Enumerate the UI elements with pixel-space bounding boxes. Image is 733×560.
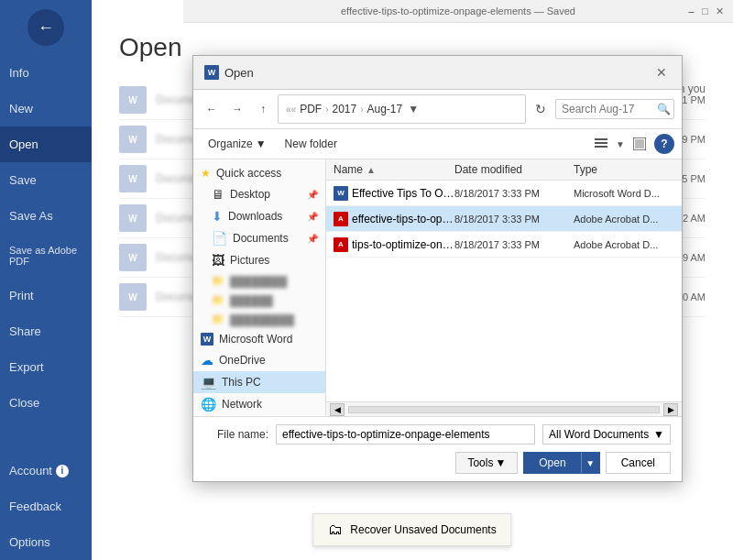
scroll-left-button[interactable]: ◀	[330, 403, 345, 416]
nav-label-quick-access: Quick access	[216, 167, 281, 180]
file-row[interactable]: W Effective Tips To Optimize On Page Ele…	[326, 181, 682, 206]
nav-item-network[interactable]: 🌐 Network	[193, 393, 325, 415]
filetype-value: All Word Documents	[549, 428, 649, 441]
svg-rect-0	[595, 138, 607, 140]
file-row[interactable]: A effective-tips-to-optimize-onpage-elem…	[326, 206, 682, 232]
address-dropdown-button[interactable]: ▼	[406, 98, 421, 120]
column-type-header[interactable]: Type	[574, 163, 674, 176]
close-window-button[interactable]: ✕	[716, 5, 724, 17]
pin-icon: 📌	[307, 190, 318, 200]
back-nav-button[interactable]: ←	[201, 98, 223, 120]
pdf-file-icon: A	[334, 212, 348, 226]
nav-item-microsoft-word[interactable]: W Microsoft Word	[193, 329, 325, 349]
word-icon: W	[201, 333, 213, 346]
nav-label-network: Network	[222, 398, 262, 411]
svg-rect-1	[595, 142, 607, 144]
nav-label-msword: Microsoft Word	[219, 333, 292, 346]
sidebar-item-options[interactable]: Options	[0, 524, 92, 560]
pin-icon-2: 📌	[307, 212, 318, 222]
sidebar-item-new[interactable]: New	[0, 91, 92, 126]
new-folder-button[interactable]: New folder	[278, 135, 345, 153]
file-type: Adobe Acrobat D...	[574, 214, 674, 225]
scroll-track[interactable]	[348, 406, 660, 413]
back-button[interactable]: ←	[27, 9, 64, 46]
filetype-dropdown[interactable]: All Word Documents ▼	[542, 424, 671, 445]
search-box[interactable]: 🔍	[555, 99, 674, 119]
address-path[interactable]: «« PDF › 2017 › Aug-17 ▼	[278, 94, 526, 124]
open-dropdown-button[interactable]: ▼	[581, 453, 599, 473]
horizontal-scrollbar[interactable]: ◀ ▶	[326, 401, 682, 416]
file-row[interactable]: A tips-to-optimize-onpage-elements 8/18/…	[326, 232, 682, 258]
tools-dropdown-icon: ▼	[495, 456, 506, 469]
file-name: tips-to-optimize-onpage-elements	[352, 238, 454, 251]
sort-arrow-icon: ▲	[366, 165, 376, 175]
nav-item-blurred-3[interactable]: 📁 █████████	[193, 310, 325, 329]
nav-item-blurred-1[interactable]: 📁 ████████	[193, 271, 325, 291]
up-nav-button[interactable]: ↑	[252, 98, 274, 120]
minimize-button[interactable]: ‒	[688, 5, 695, 17]
blurred-folder-icon-2: 📁	[212, 294, 224, 306]
network-icon: 🌐	[201, 397, 216, 412]
view-list-button[interactable]	[590, 133, 612, 155]
path-separator: ««	[286, 104, 296, 115]
path-segment-2017[interactable]: 2017	[332, 103, 356, 115]
sidebar-item-close[interactable]: Close	[0, 385, 92, 421]
filename-input[interactable]	[276, 424, 535, 445]
file-name: Effective Tips To Optimize On Page Elem.…	[352, 187, 454, 200]
sidebar-item-print[interactable]: Print	[0, 278, 92, 313]
dialog-titlebar: W Open ✕	[193, 56, 682, 90]
svg-rect-2	[595, 146, 607, 148]
open-button[interactable]: Open	[524, 453, 580, 473]
sidebar-item-save[interactable]: Save	[0, 162, 92, 198]
path-arrow-2: ›	[360, 104, 363, 115]
nav-item-desktop[interactable]: 🖥 Desktop 📌	[193, 183, 325, 205]
path-segment-aug17[interactable]: Aug-17	[367, 103, 403, 115]
sidebar-item-share[interactable]: Share	[0, 313, 92, 349]
path-segment-pdf[interactable]: PDF	[300, 103, 322, 115]
sidebar-item-save-adobe[interactable]: Save as Adobe PDF	[0, 234, 92, 278]
scroll-right-button[interactable]: ▶	[663, 403, 678, 416]
nav-item-quick-access[interactable]: ★ Quick access	[193, 163, 325, 183]
recover-banner[interactable]: 🗂 Recover Unsaved Documents	[312, 513, 511, 546]
nav-item-blurred-2[interactable]: 📁 ██████	[193, 291, 325, 310]
column-name-header[interactable]: Name ▲	[334, 163, 454, 176]
sidebar-item-account[interactable]: Account i	[0, 453, 92, 489]
forward-nav-button[interactable]: →	[226, 98, 248, 120]
nav-item-pictures[interactable]: 🖼 Pictures	[193, 249, 325, 271]
nav-label-desktop: Desktop	[230, 188, 270, 201]
search-icon: 🔍	[657, 103, 671, 115]
nav-item-onedrive[interactable]: ☁ OneDrive	[193, 349, 325, 371]
cancel-button[interactable]: Cancel	[606, 452, 671, 474]
file-type: Microsoft Word D...	[574, 188, 674, 199]
help-button[interactable]: ?	[654, 134, 674, 154]
search-input[interactable]	[562, 103, 653, 115]
nav-item-downloads[interactable]: ⬇ Downloads 📌	[193, 205, 325, 227]
organize-button[interactable]: Organize ▼	[201, 135, 274, 153]
maximize-button[interactable]: □	[702, 5, 708, 17]
sidebar-item-save-as[interactable]: Save As	[0, 198, 92, 234]
sidebar-item-info[interactable]: Info	[0, 55, 92, 91]
pdf-file-icon: A	[334, 237, 348, 252]
pin-icon-3: 📌	[307, 234, 318, 244]
svg-rect-4	[635, 139, 644, 148]
sidebar-item-open[interactable]: Open	[0, 126, 92, 162]
refresh-button[interactable]: ↻	[530, 98, 552, 120]
sidebar-item-export[interactable]: Export	[0, 349, 92, 385]
word-logo-icon: W	[204, 65, 219, 80]
view-details-button[interactable]	[629, 133, 651, 155]
nav-item-this-pc[interactable]: 💻 This PC	[193, 371, 325, 393]
nav-label-documents: Documents	[233, 232, 289, 245]
nav-label-pictures: Pictures	[230, 254, 269, 267]
dialog-close-button[interactable]: ✕	[652, 63, 671, 82]
desktop-icon: 🖥	[212, 187, 224, 202]
window-title: effective-tips-to-optimize-onpage-elemen…	[341, 5, 575, 16]
file-date: 8/18/2017 3:33 PM	[454, 214, 574, 225]
sidebar-item-feedback[interactable]: Feedback	[0, 489, 92, 524]
column-date-header[interactable]: Date modified	[454, 163, 574, 176]
info-icon: i	[56, 465, 69, 478]
nav-item-documents[interactable]: 📄 Documents 📌	[193, 227, 325, 249]
title-bar: effective-tips-to-optimize-onpage-elemen…	[183, 0, 733, 23]
dialog-title: Open	[224, 66, 254, 80]
documents-icon: 📄	[212, 231, 227, 246]
tools-button[interactable]: Tools ▼	[455, 452, 518, 474]
